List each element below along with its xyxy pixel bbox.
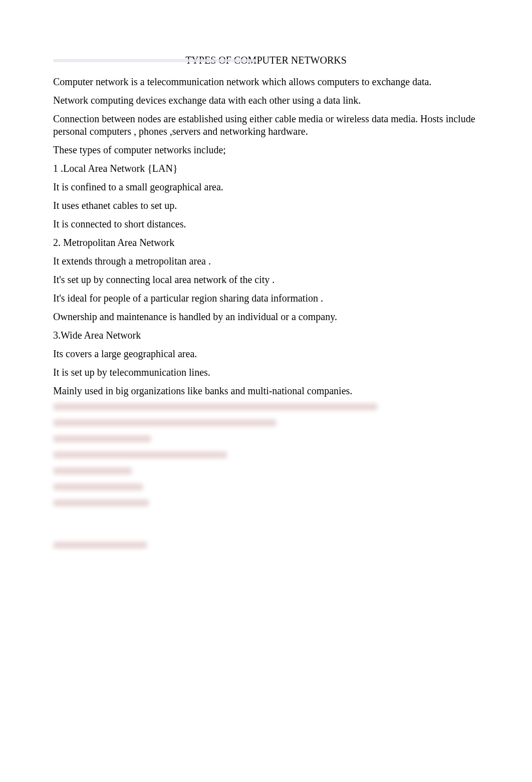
blurred-text-line bbox=[53, 483, 143, 490]
body-paragraph: It uses ethanet cables to set up. bbox=[53, 199, 479, 212]
body-paragraph: 1 .Local Area Network {LAN} bbox=[53, 162, 479, 175]
body-paragraph: It is set up by telecommunication lines. bbox=[53, 366, 479, 379]
blurred-text-line bbox=[53, 419, 277, 426]
body-paragraph: Its covers a large geographical area. bbox=[53, 348, 479, 360]
blurred-text-line bbox=[53, 451, 227, 458]
body-paragraph: Mainly used in big organizations like ba… bbox=[53, 385, 479, 397]
body-paragraph: Ownership and maintenance is handled by … bbox=[53, 311, 479, 323]
body-paragraph: It's ideal for people of a particular re… bbox=[53, 292, 479, 305]
body-paragraph: These types of computer networks include… bbox=[53, 144, 479, 156]
blurred-text-line bbox=[53, 499, 149, 506]
document-page: TYPES OF COMPUTER NETWORKS Computer netw… bbox=[0, 0, 532, 782]
blurred-text-line bbox=[53, 403, 378, 410]
body-paragraph: Connection between nodes are established… bbox=[53, 113, 479, 138]
blurred-text-line bbox=[53, 542, 147, 549]
body-paragraph: It extends through a metropolitan area . bbox=[53, 255, 479, 268]
blurred-preview-region bbox=[53, 403, 479, 549]
body-paragraph: It's set up by connecting local area net… bbox=[53, 274, 479, 286]
blurred-text-line bbox=[53, 435, 151, 442]
title-underline-decoration bbox=[53, 59, 256, 62]
body-paragraph: 2. Metropolitan Area Network bbox=[53, 236, 479, 249]
body-paragraph: It is connected to short distances. bbox=[53, 218, 479, 230]
body-paragraph: Computer network is a telecommunication … bbox=[53, 76, 479, 88]
body-paragraph: 3.Wide Area Network bbox=[53, 329, 479, 342]
blurred-text-line bbox=[53, 467, 132, 474]
body-paragraph: Network computing devices exchange data … bbox=[53, 94, 479, 107]
body-paragraph: It is confined to a small geographical a… bbox=[53, 181, 479, 193]
